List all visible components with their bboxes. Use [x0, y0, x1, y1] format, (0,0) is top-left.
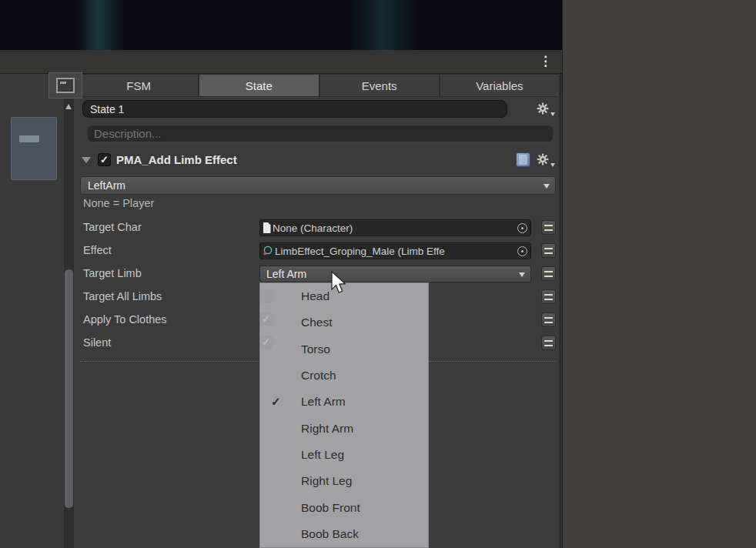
panel-edge — [559, 74, 562, 548]
dock-button[interactable] — [49, 72, 82, 99]
object-picker-icon[interactable] — [517, 246, 527, 256]
dropdown-arrow-icon — [519, 272, 525, 277]
state-name-input[interactable] — [82, 100, 507, 118]
menu-bars-icon — [544, 317, 553, 323]
gear-caret-icon — [550, 163, 555, 167]
menu-bars-icon — [544, 294, 553, 300]
tab-events[interactable]: Events — [320, 75, 439, 96]
gear-caret-icon — [550, 112, 555, 116]
dropdown-arrow-icon — [544, 184, 550, 189]
item-label: Right Arm — [301, 422, 353, 436]
menu-bars-icon — [544, 225, 553, 231]
action-help-icon[interactable] — [516, 152, 530, 167]
teal-glow-band — [348, 0, 419, 50]
state-node-title-bar — [19, 135, 39, 142]
dropdown-item-crotch[interactable]: Crotch — [260, 363, 428, 389]
action-title: PMA_Add Limb Effect — [116, 153, 237, 166]
graph-header-area — [0, 0, 562, 50]
object-field-value: LimbEffect_Groping_Male (Limb Effe — [275, 246, 445, 257]
dropdown-item-boob-back[interactable]: Boob Back — [260, 521, 428, 547]
state-description-input[interactable] — [87, 125, 554, 142]
menu-bars-icon — [544, 340, 553, 346]
item-check-icon: ✓ — [271, 395, 281, 409]
action-header[interactable]: ✓ PMA_Add Limb Effect — [74, 151, 562, 171]
action-settings-gear-icon[interactable] — [537, 153, 552, 167]
mouse-cursor — [329, 271, 348, 299]
dropdown-item-left-arm[interactable]: ✓ Left Arm — [260, 389, 428, 415]
field-label: Silent — [83, 336, 111, 349]
object-doc-icon — [263, 222, 271, 233]
object-field-target-char[interactable]: None (Character) — [259, 219, 531, 236]
dropdown-item-right-arm[interactable]: Right Arm — [260, 415, 428, 441]
item-label: Torso — [301, 342, 330, 356]
item-label: Crotch — [301, 369, 336, 383]
field-menu-button[interactable] — [541, 336, 556, 350]
foldout-triangle-icon[interactable] — [82, 157, 91, 163]
scriptable-object-icon — [263, 246, 273, 256]
field-menu-button[interactable] — [541, 266, 556, 281]
dropdown-item-chest[interactable]: Chest — [260, 309, 428, 336]
preset-dropdown[interactable]: LeftArm — [80, 176, 556, 195]
tab-fsm[interactable]: FSM — [79, 75, 198, 96]
menu-bars-icon — [544, 271, 553, 277]
dropdown-item-left-leg[interactable]: Left Leg — [260, 442, 428, 468]
dock-icon — [56, 78, 75, 93]
scrollbar-thumb[interactable] — [65, 269, 73, 508]
item-label: Chest — [301, 316, 333, 329]
preset-dropdown-value: LeftArm — [88, 179, 125, 192]
desktop-background — [562, 0, 756, 548]
object-picker-icon[interactable] — [517, 223, 527, 233]
item-label: Boob Back — [301, 527, 359, 541]
menu-bars-icon — [544, 248, 553, 254]
field-label: Target Limb — [83, 267, 142, 279]
limb-dropdown-popup: Head Chest Torso Crotch ✓ Left Arm Right… — [259, 282, 429, 548]
scroll-up-icon[interactable] — [65, 104, 72, 109]
tab-state[interactable]: State — [199, 75, 318, 96]
field-row-target-char: Target Char None (Character) — [74, 219, 562, 236]
enum-field-target-limb[interactable]: Left Arm — [259, 266, 531, 282]
enum-field-value: Left Arm — [266, 268, 306, 280]
item-label: Left Arm — [301, 395, 346, 409]
dropdown-item-torso[interactable]: Torso — [260, 336, 428, 363]
object-field-effect[interactable]: LimbEffect_Groping_Male (Limb Effe — [259, 242, 531, 259]
action-enabled-checkbox[interactable]: ✓ — [98, 153, 111, 166]
field-menu-button[interactable] — [541, 243, 556, 258]
object-field-value: None (Character) — [273, 222, 353, 234]
dropdown-item-boob-front[interactable]: Boob Front — [260, 494, 428, 520]
panel-toolbar: ⋮ — [0, 50, 562, 74]
field-row-effect: Effect LimbEffect_Groping_Male (Limb Eff… — [74, 242, 562, 259]
playmaker-window: ⋮ FSM State Events Variables — [0, 0, 756, 548]
item-label: Boob Front — [301, 501, 360, 515]
item-label: Right Leg — [301, 474, 352, 488]
item-label: Head — [301, 289, 329, 303]
field-label: Apply To Clothes — [83, 313, 167, 326]
field-label: Target Char — [83, 221, 142, 233]
fsm-graph-panel[interactable] — [0, 74, 74, 548]
field-label: Effect — [83, 244, 112, 256]
state-node-thumbnail[interactable] — [11, 117, 57, 180]
state-settings-gear-icon[interactable] — [537, 102, 552, 116]
vertical-scrollbar[interactable] — [64, 99, 74, 548]
inspector-tabbar: FSM State Events Variables — [74, 74, 562, 97]
field-row-target-limb: Target Limb Left Arm — [74, 266, 562, 282]
dropdown-item-right-leg[interactable]: Right Leg — [260, 468, 428, 494]
teal-glow-band — [77, 0, 125, 50]
item-label: Left Leg — [301, 448, 344, 462]
field-menu-button[interactable] — [541, 289, 556, 304]
more-options-icon[interactable]: ⋮ — [539, 52, 552, 71]
field-menu-button[interactable] — [541, 312, 556, 327]
field-hint: None = Player — [83, 197, 154, 209]
tab-variables[interactable]: Variables — [440, 75, 559, 96]
field-label: Target All Limbs — [83, 290, 162, 302]
field-menu-button[interactable] — [541, 220, 556, 235]
